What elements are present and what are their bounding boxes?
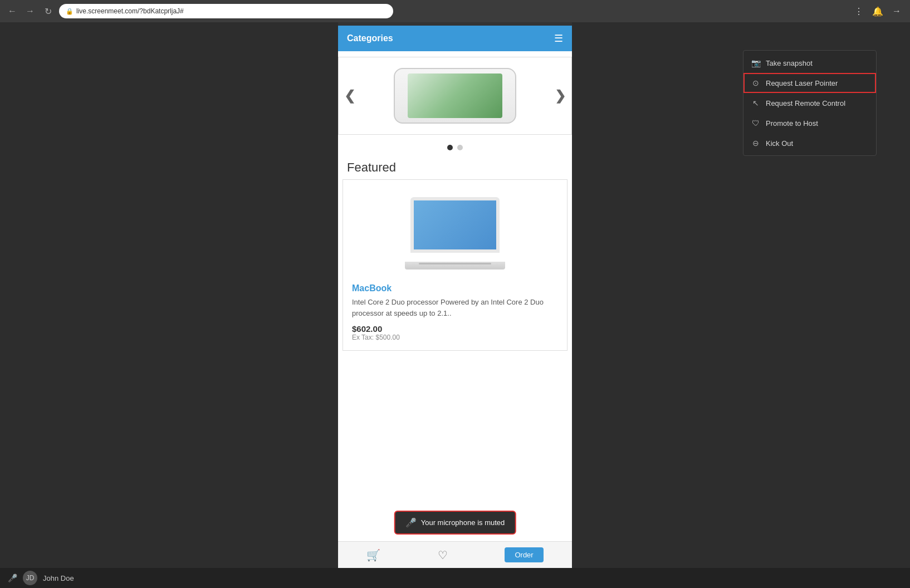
categories-label: Categories — [347, 33, 393, 43]
more-options-button[interactable]: ⋮ — [851, 3, 867, 19]
laptop-image — [352, 189, 558, 278]
slider-left-arrow[interactable]: ❮ — [344, 88, 355, 104]
kick-out-icon: ⊖ — [751, 139, 760, 148]
cart-icon[interactable]: 🛒 — [366, 548, 380, 562]
featured-label: Featured — [338, 155, 572, 179]
product-price: $602.00 — [352, 324, 558, 334]
product-card: MacBook Intel Core 2 Duo processor Power… — [343, 179, 567, 351]
context-menu: 📷 Take snapshot ⊙ Request Laser Pointer … — [743, 50, 877, 156]
camera-icon: 📷 — [751, 58, 760, 67]
user-avatar: JD — [23, 571, 37, 585]
mic-off-icon: 🎤 — [8, 574, 17, 582]
lock-icon: 🔒 — [66, 8, 74, 15]
order-button[interactable]: Order — [505, 547, 543, 562]
promote-to-host-label: Promote to Host — [766, 119, 818, 128]
back-button[interactable]: ← — [6, 4, 19, 18]
categories-bar[interactable]: Categories ☰ — [338, 26, 572, 51]
kick-out-label: Kick Out — [766, 139, 793, 148]
shield-icon: 🛡 — [751, 119, 760, 128]
url-text: live.screenmeet.com/?bdKatcprljaJ# — [76, 7, 184, 15]
laptop-screen — [410, 197, 500, 253]
menu-item-kick-out[interactable]: ⊖ Kick Out — [743, 133, 876, 153]
slider-area: ❮ ❯ — [338, 57, 572, 135]
forward-button[interactable]: → — [23, 4, 37, 18]
refresh-button[interactable]: ↻ — [41, 4, 55, 18]
exit-button[interactable]: → — [889, 3, 904, 19]
product-description: Intel Core 2 Duo processor Powered by an… — [352, 297, 558, 318]
menu-item-request-remote-control[interactable]: ↖ Request Remote Control — [743, 93, 876, 113]
notifications-button[interactable]: 🔔 — [870, 3, 885, 19]
website-bottom-toolbar: 🛒 ♡ Order — [338, 541, 572, 568]
browser-bar: ← → ↻ 🔒 live.screenmeet.com/?bdKatcprlja… — [0, 0, 910, 22]
heart-icon[interactable]: ♡ — [438, 548, 448, 562]
product-name[interactable]: MacBook — [352, 283, 558, 293]
address-bar[interactable]: 🔒 live.screenmeet.com/?bdKatcprljaJ# — [59, 4, 393, 18]
muted-text: Your microphone is muted — [421, 518, 505, 527]
take-snapshot-label: Take snapshot — [766, 59, 813, 67]
slider-right-arrow[interactable]: ❯ — [555, 88, 566, 104]
status-bar: 🎤 JD John Doe — [0, 568, 910, 588]
user-name: John Doe — [43, 574, 74, 582]
phone-image — [394, 68, 516, 124]
laptop-shape — [405, 197, 505, 270]
main-area: Categories ☰ ❮ ❯ Featured — [0, 22, 910, 568]
phone-screen — [408, 74, 502, 118]
slider-dots — [338, 140, 572, 155]
screenmeet-pane: Categories ☰ ❮ ❯ Featured — [338, 22, 572, 568]
menu-item-promote-to-host[interactable]: 🛡 Promote to Host — [743, 113, 876, 133]
laser-pointer-icon: ⊙ — [751, 79, 760, 87]
dot-2[interactable] — [457, 145, 463, 150]
menu-item-request-laser-pointer[interactable]: ⊙ Request Laser Pointer — [743, 73, 876, 93]
request-remote-control-label: Request Remote Control — [766, 99, 845, 107]
hamburger-menu-icon[interactable]: ☰ — [554, 32, 563, 45]
laptop-keyboard-line — [419, 263, 491, 264]
mic-muted-icon: 🎤 — [405, 517, 417, 528]
request-laser-pointer-label: Request Laser Pointer — [766, 79, 838, 87]
dot-1[interactable] — [447, 145, 453, 150]
muted-notification: 🎤 Your microphone is muted — [394, 511, 516, 535]
laptop-screen-inner — [414, 200, 496, 249]
menu-item-take-snapshot[interactable]: 📷 Take snapshot — [743, 53, 876, 73]
browser-actions: ⋮ 🔔 → — [851, 3, 904, 19]
product-tax: Ex Tax: $500.00 — [352, 334, 558, 341]
laptop-base — [405, 262, 505, 270]
remote-control-icon: ↖ — [751, 99, 760, 107]
